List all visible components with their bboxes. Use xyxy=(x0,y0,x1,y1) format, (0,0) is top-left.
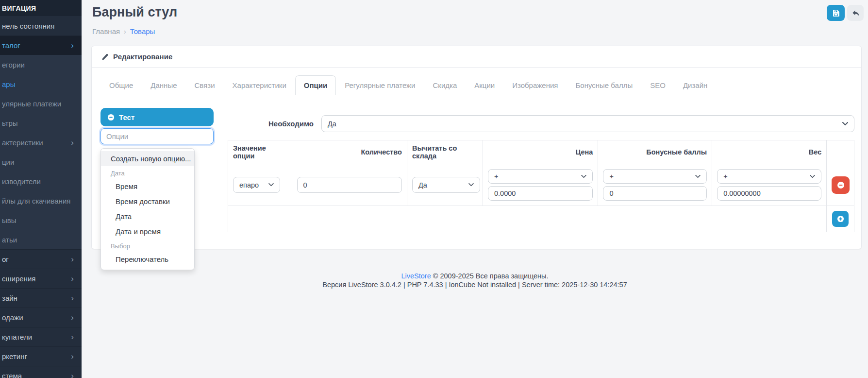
required-select-value: Да xyxy=(328,120,336,128)
tab-регулярные-платежи[interactable]: Регулярные платежи xyxy=(336,75,424,95)
option-autocomplete-input[interactable] xyxy=(100,128,214,144)
chevron-right-icon: › xyxy=(71,41,74,50)
chevron-right-icon: › xyxy=(71,372,74,378)
tab-бонусные-баллы[interactable]: Бонусные баллы xyxy=(567,75,641,95)
tab-bar: ОбщиеДанныеСвязиХарактеристикиОпцииРегул… xyxy=(100,75,854,95)
subtract-stock-select[interactable]: Да xyxy=(412,177,480,193)
sidebar-item[interactable]: йлы для скачивания xyxy=(0,191,82,210)
chevron-right-icon: › xyxy=(71,138,74,147)
chevron-right-icon: › xyxy=(71,294,74,302)
option-value-select[interactable]: епаро xyxy=(233,177,280,193)
dropdown-item[interactable]: Переключатель xyxy=(101,252,194,267)
tab-скидка[interactable]: Скидка xyxy=(424,75,466,95)
dropdown-item[interactable]: Создать новую опцию... xyxy=(101,151,194,166)
breadcrumb: Главная › Товары xyxy=(92,27,854,35)
panel-header: Редактирование xyxy=(92,46,861,68)
sidebar-item[interactable]: изводители xyxy=(0,172,82,191)
sidebar-item[interactable]: ог› xyxy=(0,249,82,269)
chevron-down-icon xyxy=(842,122,848,126)
sidebar-item[interactable]: улярные платежи xyxy=(0,94,82,113)
tab-дизайн[interactable]: Дизайн xyxy=(674,75,716,95)
sidebar-item[interactable]: купатели› xyxy=(0,327,82,346)
table-header-cell: Значение опции xyxy=(228,140,292,164)
panel-title: Редактирование xyxy=(113,52,172,61)
options-area: Тест Создать новую опцию...ДатаВремяВрем… xyxy=(100,108,854,232)
sidebar-item-label: йлы для скачивания xyxy=(2,197,70,205)
sidebar-item[interactable]: талог› xyxy=(0,35,82,55)
option-values-table: Значение опцииКоличествоВычитать со скла… xyxy=(228,140,854,232)
sidebar-item[interactable]: егории xyxy=(0,55,82,74)
breadcrumb-home[interactable]: Главная xyxy=(92,27,120,35)
tab-связи[interactable]: Связи xyxy=(186,75,224,95)
price-prefix-value: + xyxy=(494,172,498,180)
price-prefix-select[interactable]: + xyxy=(488,169,593,184)
dropdown-group-label: Выбор xyxy=(101,239,194,252)
breadcrumb-current[interactable]: Товары xyxy=(130,27,155,35)
subtract-stock-select-value: Да xyxy=(418,181,427,189)
dropdown-item[interactable]: Дата и время xyxy=(101,224,194,239)
sidebar-item-label: ары xyxy=(2,80,15,88)
required-select[interactable]: Да xyxy=(321,115,854,132)
sidebar-item-label: егории xyxy=(2,61,25,69)
dropdown-item[interactable]: Дата xyxy=(101,209,194,224)
back-button[interactable] xyxy=(847,5,864,21)
sidebar-item-label: сширения xyxy=(2,275,35,283)
table-header-row: Значение опцииКоличествоВычитать со скла… xyxy=(228,140,854,164)
weight-prefix-select[interactable]: + xyxy=(717,169,821,184)
tab-характеристики[interactable]: Характеристики xyxy=(224,75,295,95)
sidebar-item[interactable]: стема› xyxy=(0,366,82,378)
livestore-link[interactable]: LiveStore xyxy=(401,272,431,280)
sidebar-item[interactable]: актеристики› xyxy=(0,133,82,152)
chevron-right-icon: › xyxy=(71,255,74,263)
tab-акции[interactable]: Акции xyxy=(466,75,503,95)
site-footer: LiveStore © 2009-2025 Все права защищены… xyxy=(82,272,868,289)
chevron-right-icon: › xyxy=(71,275,74,283)
panel-body: ОбщиеДанныеСвязиХарактеристикиОпцииРегул… xyxy=(92,68,861,249)
dropdown-item[interactable]: Время xyxy=(101,179,194,194)
footer-copyright: © 2009-2025 Все права защищены. xyxy=(433,272,549,280)
table-header-cell: Цена xyxy=(483,140,598,164)
dropdown-item[interactable]: Время доставки xyxy=(101,194,194,209)
tab-seo[interactable]: SEO xyxy=(641,75,674,95)
save-button[interactable] xyxy=(827,5,845,21)
sidebar-item[interactable]: ркетинг› xyxy=(0,346,82,366)
sidebar-item[interactable]: ции xyxy=(0,152,82,172)
add-row-button[interactable] xyxy=(832,211,849,227)
sidebar-item-label: зайн xyxy=(2,294,17,302)
sidebar-item[interactable]: ьтры xyxy=(0,113,82,133)
sidebar-item-label: купатели xyxy=(2,333,32,341)
tab-общие[interactable]: Общие xyxy=(100,75,142,95)
remove-row-button[interactable] xyxy=(832,176,850,194)
chevron-down-icon xyxy=(581,175,586,178)
option-right-column: Необходимо Да Значение опцииКоличествоВы… xyxy=(228,108,854,232)
tab-данные[interactable]: Данные xyxy=(142,75,185,95)
points-prefix-value: + xyxy=(609,172,613,180)
dropdown-group-label: Дата xyxy=(101,166,194,179)
tab-изображения[interactable]: Изображения xyxy=(503,75,567,95)
sidebar-item[interactable]: атьи xyxy=(0,230,82,249)
quantity-input[interactable] xyxy=(297,177,402,193)
main-content: Барный стул Главная › Товары xyxy=(82,0,868,378)
page-header: Барный стул Главная › Товары xyxy=(82,0,868,35)
sidebar-item[interactable]: одажи› xyxy=(0,308,82,327)
chevron-down-icon xyxy=(268,183,274,187)
sidebar-item[interactable]: нель состояния xyxy=(0,16,82,35)
sidebar-item-label: атьи xyxy=(2,236,17,244)
sidebar-item-label: ркетинг xyxy=(2,352,27,361)
sidebar-item[interactable]: ары xyxy=(0,74,82,94)
remove-option-group-button[interactable]: Тест xyxy=(100,108,214,126)
sidebar-item-label: ции xyxy=(2,158,14,166)
weight-input[interactable] xyxy=(717,186,821,201)
table-header-cell: Вес xyxy=(712,140,827,164)
points-input[interactable] xyxy=(603,186,707,201)
sidebar-item[interactable]: зайн› xyxy=(0,288,82,308)
price-input[interactable] xyxy=(488,186,593,201)
sidebar-item-label: стема xyxy=(2,372,22,378)
points-prefix-select[interactable]: + xyxy=(603,169,707,184)
tab-опции[interactable]: Опции xyxy=(295,75,336,95)
sidebar-item[interactable]: ывы xyxy=(0,210,82,230)
floppy-save-icon xyxy=(832,9,840,17)
chevron-right-icon: › xyxy=(71,333,74,341)
sidebar-item[interactable]: сширения› xyxy=(0,269,82,288)
chevron-down-icon xyxy=(810,175,815,178)
